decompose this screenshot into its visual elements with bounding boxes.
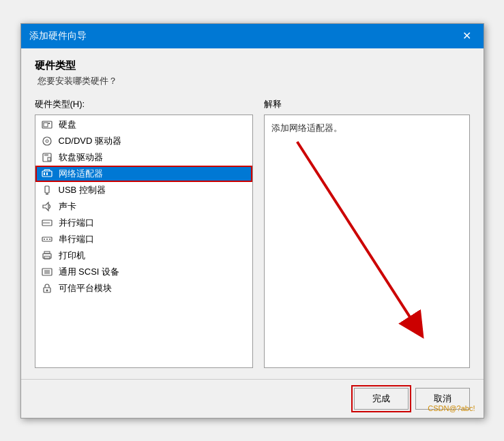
list-item-parallel[interactable]: 并行端口 bbox=[35, 215, 252, 231]
list-item-label-printer: 打印机 bbox=[59, 249, 85, 262]
svg-rect-29 bbox=[44, 252, 50, 254]
main-area: 硬件类型(H): 硬盘CD/DVD 驱动器软盘驱动器网络适配器USB 控制器声卡… bbox=[35, 98, 470, 368]
printer-icon bbox=[41, 249, 53, 262]
svg-point-26 bbox=[46, 239, 48, 240]
list-item-label-scsi: 通用 SCSI 设备 bbox=[59, 266, 120, 278]
svg-line-38 bbox=[297, 141, 416, 327]
title-bar: 添加硬件向导 ✕ bbox=[21, 24, 484, 48]
arrow-indicator bbox=[265, 115, 469, 367]
serial-icon bbox=[41, 233, 53, 245]
list-item-label-cddvd: CD/DVD 驱动器 bbox=[59, 135, 121, 147]
parallel-icon bbox=[41, 217, 53, 229]
list-item-label-sound: 声卡 bbox=[59, 200, 76, 213]
list-item-floppy[interactable]: 软盘驱动器 bbox=[35, 149, 252, 166]
svg-rect-14 bbox=[45, 186, 49, 193]
svg-point-36 bbox=[46, 289, 48, 291]
explain-label: 解释 bbox=[264, 98, 470, 110]
list-item-disk[interactable]: 硬盘 bbox=[35, 117, 252, 133]
list-item-cddvd[interactable]: CD/DVD 驱动器 bbox=[35, 133, 252, 149]
close-button[interactable]: ✕ bbox=[459, 28, 475, 44]
explain-text: 添加网络适配器。 bbox=[271, 123, 342, 133]
dialog-title: 添加硬件向导 bbox=[29, 30, 87, 42]
svg-rect-1 bbox=[44, 123, 48, 127]
list-item-tpm[interactable]: 可信平台模块 bbox=[35, 280, 252, 296]
sound-icon bbox=[41, 200, 53, 213]
svg-point-25 bbox=[44, 239, 45, 240]
usb-icon bbox=[41, 184, 53, 196]
list-item-scsi[interactable]: 通用 SCSI 设备 bbox=[35, 264, 252, 280]
list-label: 硬件类型(H): bbox=[35, 98, 253, 110]
list-item-sound[interactable]: 声卡 bbox=[35, 198, 252, 215]
dialog-footer: 完成 取消 CSDN@?abc! bbox=[21, 379, 484, 418]
floppy-icon bbox=[41, 151, 53, 164]
svg-point-4 bbox=[46, 140, 48, 142]
svg-rect-13 bbox=[46, 172, 48, 175]
list-item-usb[interactable]: USB 控制器 bbox=[35, 182, 252, 198]
section-subtitle: 您要安装哪类硬件？ bbox=[35, 75, 470, 87]
hardware-list[interactable]: 硬盘CD/DVD 驱动器软盘驱动器网络适配器USB 控制器声卡并行端口串行端口打… bbox=[35, 115, 253, 368]
list-item-serial[interactable]: 串行端口 bbox=[35, 231, 252, 247]
svg-rect-12 bbox=[44, 172, 45, 175]
list-item-label-disk: 硬盘 bbox=[59, 119, 76, 131]
add-hardware-dialog: 添加硬件向导 ✕ 硬件类型 您要安装哪类硬件？ 硬件类型(H): 硬盘CD/DV… bbox=[20, 23, 484, 419]
list-item-label-serial: 串行端口 bbox=[59, 233, 94, 245]
svg-point-27 bbox=[49, 239, 50, 240]
svg-marker-17 bbox=[43, 202, 48, 211]
list-item-printer[interactable]: 打印机 bbox=[35, 247, 252, 264]
dialog-content: 硬件类型 您要安装哪类硬件？ 硬件类型(H): 硬盘CD/DVD 驱动器软盘驱动… bbox=[21, 48, 484, 379]
svg-point-3 bbox=[43, 137, 51, 145]
network-icon bbox=[41, 168, 53, 180]
list-item-label-parallel: 并行端口 bbox=[59, 217, 94, 229]
cddvd-icon bbox=[41, 135, 53, 147]
list-item-label-network: 网络适配器 bbox=[59, 168, 103, 180]
section-title: 硬件类型 bbox=[35, 59, 470, 72]
disk-icon bbox=[41, 119, 53, 131]
svg-rect-7 bbox=[48, 157, 50, 161]
scsi-icon bbox=[41, 266, 53, 278]
svg-rect-6 bbox=[44, 153, 48, 156]
svg-rect-2 bbox=[48, 123, 50, 124]
explain-box: 添加网络适配器。 bbox=[264, 115, 470, 368]
list-item-label-usb: USB 控制器 bbox=[59, 184, 106, 196]
finish-button[interactable]: 完成 bbox=[354, 388, 409, 410]
right-panel: 解释 添加网络适配器。 bbox=[264, 98, 470, 368]
left-panel: 硬件类型(H): 硬盘CD/DVD 驱动器软盘驱动器网络适配器USB 控制器声卡… bbox=[35, 98, 253, 368]
tpm-icon bbox=[41, 282, 53, 294]
list-item-label-floppy: 软盘驱动器 bbox=[59, 151, 103, 164]
list-item-label-tpm: 可信平台模块 bbox=[59, 282, 112, 294]
list-item-network[interactable]: 网络适配器 bbox=[35, 166, 252, 182]
watermark: CSDN@?abc! bbox=[428, 404, 475, 412]
